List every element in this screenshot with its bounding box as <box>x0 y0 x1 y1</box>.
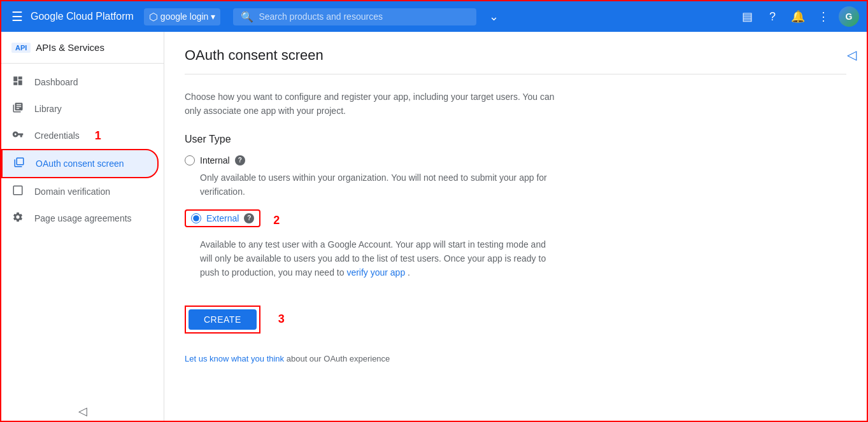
content-collapse-icon[interactable]: ◁ <box>847 47 857 62</box>
project-selector[interactable]: ⬡ google login ▾ <box>144 8 221 25</box>
chevron-down-icon[interactable]: ⌄ <box>489 10 499 24</box>
internal-description: Only available to users within your orga… <box>200 171 550 199</box>
internal-option: Internal ? Only available to users withi… <box>185 155 846 199</box>
notifications-icon[interactable]: 🔔 <box>788 6 808 27</box>
sidebar-item-page-usage[interactable]: Page usage agreements <box>1 205 159 232</box>
page-title: OAuth consent screen <box>185 47 846 74</box>
internal-radio[interactable] <box>185 155 195 165</box>
external-description: Available to any test user with a Google… <box>200 237 550 280</box>
sidebar-item-label-library: Library <box>34 104 62 114</box>
sidebar-item-label-page-usage: Page usage agreements <box>34 213 132 223</box>
sidebar: API APIs & Services Dashboard Library <box>1 32 164 422</box>
feedback-section: Let us know what you think about our OAu… <box>185 354 846 363</box>
collapse-icon: ◁ <box>78 404 87 418</box>
user-type-label: User Type <box>185 134 846 145</box>
page-description: Choose how you want to configure and reg… <box>185 90 567 118</box>
right-collapse-chevron-icon: ◁ <box>847 48 857 62</box>
oauth-icon <box>13 157 25 171</box>
sidebar-nav: Dashboard Library Credentials 1 <box>1 64 164 237</box>
page-usage-icon <box>11 211 24 225</box>
topbar: ☰ Google Cloud Platform ⬡ google login ▾… <box>1 1 867 32</box>
search-input[interactable] <box>259 11 469 22</box>
sidebar-item-domain-verification[interactable]: Domain verification <box>1 178 159 205</box>
step1-badge: 1 <box>95 129 101 143</box>
external-label: External <box>206 213 239 223</box>
topbar-icons: ▤ ? 🔔 ⋮ G <box>737 6 859 27</box>
step3-badge: 3 <box>278 313 285 326</box>
search-bar[interactable]: 🔍 <box>233 8 476 25</box>
user-type-radio-group: Internal ? Only available to users withi… <box>185 155 846 290</box>
external-option: External ? 2 Available to any test user … <box>185 209 846 280</box>
domain-icon <box>11 185 24 199</box>
credentials-icon <box>11 129 24 143</box>
help-icon[interactable]: ? <box>762 6 783 27</box>
internal-label: Internal <box>200 155 230 165</box>
external-selected-box: External ? <box>185 209 260 227</box>
sidebar-item-oauth-consent[interactable]: OAuth consent screen <box>1 149 159 178</box>
internal-label-row: Internal ? <box>185 155 846 165</box>
hamburger-icon[interactable]: ☰ <box>9 6 25 27</box>
project-chevron-icon: ▾ <box>211 11 215 22</box>
avatar[interactable]: G <box>839 6 859 27</box>
feedback-text: about our OAuth experience <box>287 354 390 363</box>
library-icon <box>11 102 24 116</box>
create-button-box: CREATE <box>185 306 260 334</box>
sidebar-item-label-domain: Domain verification <box>34 186 110 197</box>
external-radio[interactable] <box>191 213 201 223</box>
sidebar-item-credentials[interactable]: Credentials 1 <box>1 122 159 149</box>
create-area: CREATE 3 <box>185 306 846 334</box>
terminal-icon[interactable]: ▤ <box>737 6 757 27</box>
svg-rect-0 <box>13 186 22 195</box>
project-name: google login <box>160 11 209 22</box>
sidebar-item-label-dashboard: Dashboard <box>34 77 78 87</box>
sidebar-header: API APIs & Services <box>1 32 164 64</box>
internal-help-icon[interactable]: ? <box>235 155 245 165</box>
external-label-row: External ? 2 <box>185 209 846 232</box>
verify-app-link[interactable]: verify your app <box>346 267 405 278</box>
more-options-icon[interactable]: ⋮ <box>813 6 834 27</box>
sidebar-collapse-button[interactable]: ◁ <box>1 399 164 422</box>
sidebar-item-library[interactable]: Library <box>1 95 159 122</box>
create-button[interactable]: CREATE <box>189 309 257 330</box>
sidebar-title: APIs & Services <box>36 42 104 53</box>
project-icon: ⬡ <box>149 11 158 23</box>
step2-badge: 2 <box>273 214 280 227</box>
content-area: ◁ OAuth consent screen Choose how you wa… <box>164 32 867 422</box>
sidebar-item-label-credentials: Credentials <box>34 130 80 141</box>
app-title: Google Cloud Platform <box>31 11 134 22</box>
feedback-link[interactable]: Let us know what you think <box>185 354 284 363</box>
search-icon: 🔍 <box>241 11 253 23</box>
dashboard-icon <box>11 75 24 89</box>
api-badge: API <box>11 43 31 53</box>
sidebar-item-label-oauth: OAuth consent screen <box>36 158 124 169</box>
external-help-icon[interactable]: ? <box>244 213 254 223</box>
sidebar-item-dashboard[interactable]: Dashboard <box>1 69 159 95</box>
main-layout: API APIs & Services Dashboard Library <box>1 32 867 422</box>
external-desc-text2: . <box>408 267 410 278</box>
